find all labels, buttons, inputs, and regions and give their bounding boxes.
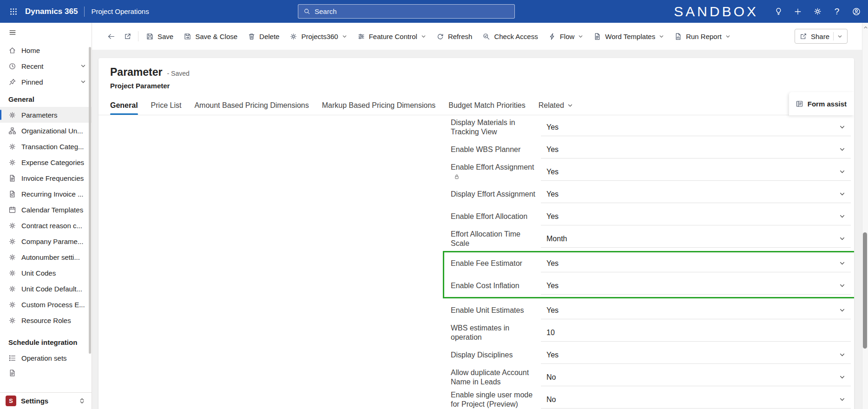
tab-price-list[interactable]: Price List: [151, 96, 182, 115]
suggestions-button[interactable]: [769, 3, 787, 20]
tab-markup-based-pricing-dimensions[interactable]: Markup Based Pricing Dimensions: [322, 96, 436, 115]
field-label: Enable single user mode for Project (Pre…: [451, 390, 535, 409]
global-search-box[interactable]: Search: [298, 4, 515, 19]
back-arrow-icon: [107, 33, 115, 40]
chevron-up-icon: [863, 25, 868, 30]
sidebar-item-operation-sets[interactable]: Operation sets: [0, 350, 92, 366]
scrollbar-up-arrow[interactable]: [863, 25, 868, 30]
hamburger-icon: [8, 28, 17, 37]
sidebar-item-resource-roles[interactable]: Resource Roles: [0, 312, 92, 328]
settings-area-switcher[interactable]: S Settings: [0, 392, 92, 409]
field-label: Display Disciplines: [451, 350, 535, 360]
sidebar-scrollbar-thumb[interactable]: [89, 47, 91, 354]
back-button[interactable]: [103, 27, 119, 45]
gear-icon: [8, 111, 16, 119]
field-label: Display Materials in Tracking View: [451, 118, 535, 137]
account-button[interactable]: [848, 3, 865, 20]
open-in-new-window-button[interactable]: [119, 27, 136, 45]
sidebar-item-calendar-templates[interactable]: Calendar Templates: [0, 202, 92, 218]
field-input-wbs-estimates[interactable]: 10: [541, 324, 851, 342]
refresh-button[interactable]: Refresh: [431, 27, 478, 45]
sidebar-item-transaction-categories[interactable]: Transaction Categ...: [0, 139, 92, 154]
projects360-menu-button[interactable]: Projects360: [284, 27, 352, 45]
sidebar-item-home[interactable]: Home: [0, 42, 92, 58]
sidebar-item-parameters[interactable]: Parameters: [0, 107, 92, 123]
area-title[interactable]: Project Operations: [91, 7, 149, 15]
sidebar-item-invoice-frequencies[interactable]: Invoice Frequencies: [0, 170, 92, 186]
sidebar-item-expense-categories[interactable]: Expense Categories: [0, 154, 92, 170]
feature-control-menu-button[interactable]: Feature Control: [352, 27, 431, 45]
tab-related[interactable]: Related: [539, 96, 573, 115]
app-title[interactable]: Dynamics 365: [25, 7, 78, 16]
sidebar-item-label: Home: [21, 46, 40, 54]
sliders-icon: [357, 33, 365, 40]
field-dropdown-enable-single-user-mode[interactable]: No: [541, 391, 851, 409]
entity-icon: [8, 269, 16, 277]
field-dropdown-effort-allocation-time-scale[interactable]: Month: [541, 230, 851, 248]
vertical-scrollbar[interactable]: [862, 23, 868, 409]
share-button-divider: [833, 32, 834, 40]
help-button[interactable]: ?: [828, 3, 846, 20]
field-row-enable-unit-estimates: Enable Unit Estimates Yes: [451, 299, 851, 322]
sidebar-item-pinned[interactable]: Pinned: [0, 74, 92, 90]
sidebar-item-recurring-invoice[interactable]: Recurring Invoice ...: [0, 186, 92, 202]
sidebar-item-unit-code-defaults[interactable]: Unit Code Default...: [0, 281, 92, 297]
field-row-display-effort-assignment: Display Effort Assignment Yes: [451, 183, 851, 205]
settings-button[interactable]: [809, 3, 826, 20]
save-button[interactable]: Save: [141, 27, 178, 45]
sidebar-item-unit-codes[interactable]: Unit Codes: [0, 265, 92, 281]
entity-icon: [8, 237, 16, 245]
share-button[interactable]: Share: [795, 29, 848, 44]
invoice-icon: [8, 174, 16, 182]
field-dropdown-enable-effort-allocation[interactable]: Yes: [541, 208, 851, 225]
work-area: Parameter - Saved Project Parameter Gene…: [92, 50, 868, 409]
field-dropdown-enable-effort-assignment[interactable]: Yes: [541, 163, 851, 181]
entity-icon: [8, 369, 16, 377]
sidebar-item-partial[interactable]: [0, 366, 92, 380]
field-label: Enable Effort Assignment: [451, 163, 535, 182]
sidebar-item-label: Calendar Templates: [21, 206, 83, 214]
sidebar-item-label: Organizational Un...: [21, 127, 83, 135]
field-dropdown-enable-wbs-planner[interactable]: Yes: [541, 141, 851, 158]
tab-budget-match-priorities[interactable]: Budget Match Priorities: [448, 96, 525, 115]
sidebar-item-autonumber-settings[interactable]: Autonumber setti...: [0, 249, 92, 265]
tab-general[interactable]: General: [110, 96, 138, 115]
check-access-button[interactable]: Check Access: [477, 27, 543, 45]
delete-button[interactable]: Delete: [243, 27, 284, 45]
word-templates-menu-button[interactable]: Word Templates: [588, 27, 669, 45]
field-dropdown-enable-fee-estimator[interactable]: Yes: [541, 255, 851, 272]
flow-menu-button[interactable]: Flow: [543, 27, 589, 45]
entity-icon: [8, 253, 16, 261]
sidebar-item-contract-reason-codes[interactable]: Contract reason c...: [0, 218, 92, 233]
sidebar-collapse-button[interactable]: [0, 23, 92, 42]
field-dropdown-allow-duplicate-account[interactable]: No: [541, 369, 851, 386]
tab-amount-based-pricing-dimensions[interactable]: Amount Based Pricing Dimensions: [194, 96, 309, 115]
form-assist-button[interactable]: Form assist: [789, 92, 854, 115]
top-navigation-bar: Dynamics 365 Project Operations Search S…: [0, 0, 868, 23]
field-row-enable-effort-allocation: Enable Effort Allocation Yes: [451, 205, 851, 228]
field-dropdown-display-disciplines[interactable]: Yes: [541, 346, 851, 364]
sidebar-item-label: Recent: [21, 62, 44, 70]
environment-badge: SANDBOX: [674, 4, 758, 20]
app-launcher-button[interactable]: [5, 3, 22, 20]
save-and-close-button[interactable]: Save & Close: [178, 27, 243, 45]
scrollbar-thumb[interactable]: [863, 232, 867, 349]
run-report-menu-button[interactable]: Run Report: [669, 27, 736, 45]
field-dropdown-display-materials[interactable]: Yes: [541, 119, 851, 136]
field-value: Yes: [546, 145, 559, 154]
field-dropdown-enable-cost-inflation[interactable]: Yes: [541, 277, 851, 295]
sidebar-item-recent[interactable]: Recent: [0, 58, 92, 74]
field-dropdown-display-effort-assignment[interactable]: Yes: [541, 185, 851, 203]
field-value: Yes: [546, 168, 559, 176]
sidebar-item-company-parameters[interactable]: Company Parame...: [0, 233, 92, 249]
field-value: No: [546, 373, 556, 382]
field-label: Enable WBS Planner: [451, 145, 535, 154]
sidebar-item-custom-process[interactable]: Custom Process E...: [0, 297, 92, 312]
sidebar-item-organizational-units[interactable]: Organizational Un...: [0, 123, 92, 139]
chevron-down-icon: [725, 34, 730, 39]
quick-create-button[interactable]: [789, 3, 807, 20]
chevron-down-icon: [839, 236, 845, 242]
lock-icon: [454, 173, 460, 180]
field-dropdown-enable-unit-estimates[interactable]: Yes: [541, 302, 851, 319]
field-label: Display Effort Assignment: [451, 190, 535, 199]
